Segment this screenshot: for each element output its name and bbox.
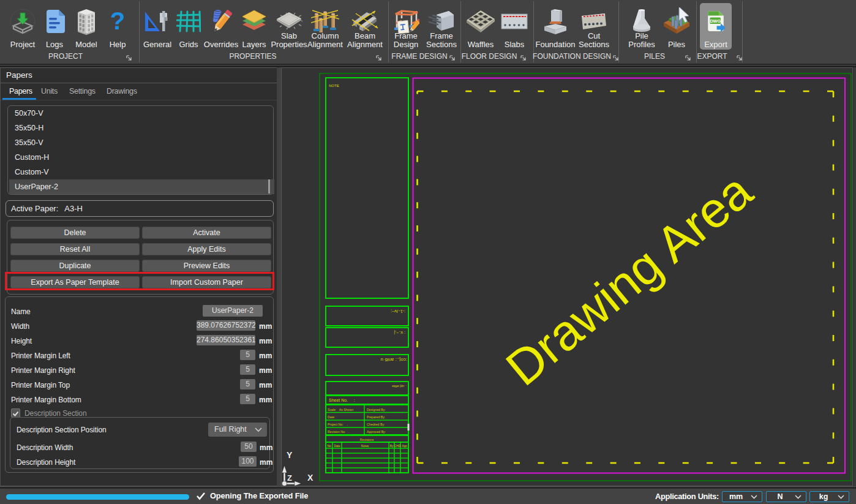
svg-text:: v..~,|: : v..~,| bbox=[394, 330, 405, 335]
svg-text:Prepared By:: Prepared By: bbox=[367, 415, 385, 419]
svg-text::-1-.tv~;: :-1-.tv~; bbox=[391, 309, 405, 314]
svg-text:App: App bbox=[402, 445, 407, 448]
svg-text:Y: Y bbox=[287, 450, 293, 460]
svg-text:NOTE: NOTE bbox=[329, 84, 339, 88]
svg-text:. .up| wfttw: . .up| wfttw bbox=[392, 385, 407, 388]
svg-text::co|,.: anl6 u: :co|,.: anl6 u bbox=[381, 357, 407, 363]
svg-text:CHD: CHD bbox=[394, 445, 401, 448]
svg-text:Notes: Notes bbox=[361, 445, 369, 448]
svg-text:Date: Date bbox=[334, 445, 340, 448]
svg-text:Designed By:: Designed By: bbox=[367, 408, 386, 412]
svg-text:Project No: .: Project No: . bbox=[328, 423, 348, 426]
svg-text:Drawing Area: Drawing Area bbox=[495, 162, 762, 396]
svg-text:Revision No: .: Revision No: . bbox=[328, 430, 349, 434]
svg-text:X: X bbox=[307, 473, 313, 483]
svg-text:Scale: As Shown: Scale: As Shown bbox=[328, 408, 353, 412]
svg-text:Sheet No. :: Sheet No. : bbox=[329, 398, 355, 402]
svg-text:?: ? bbox=[110, 7, 125, 34]
svg-text:By: By bbox=[390, 445, 394, 448]
svg-text:Date:: Date: bbox=[328, 415, 335, 419]
svg-text:No: No bbox=[327, 445, 331, 448]
svg-text:Approved By:: Approved By: bbox=[367, 430, 386, 434]
svg-text:DWG: DWG bbox=[710, 18, 721, 24]
svg-text:Checked By:: Checked By: bbox=[367, 423, 385, 426]
svg-text:Revisions: Revisions bbox=[360, 438, 374, 442]
svg-text:Z: Z bbox=[287, 473, 292, 483]
